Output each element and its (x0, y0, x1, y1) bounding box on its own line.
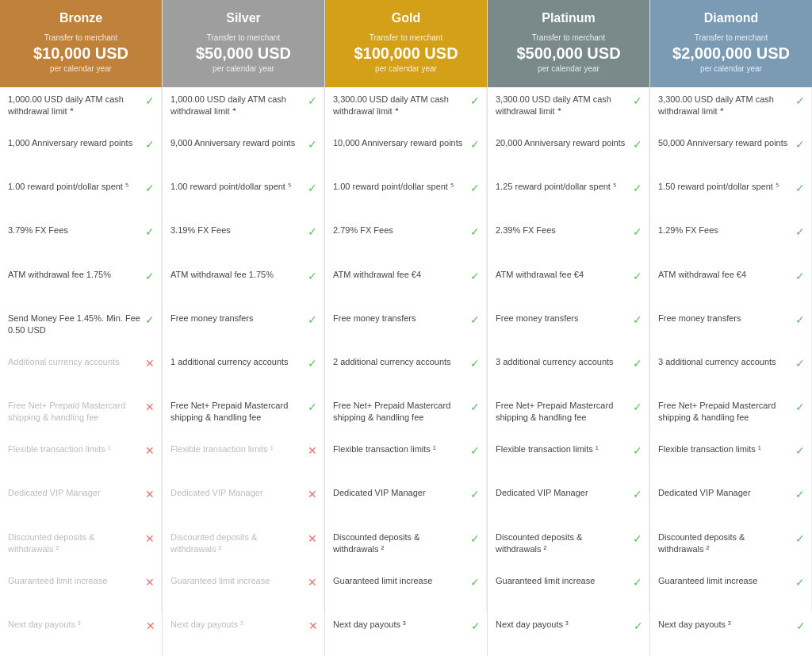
cross-icon: ✕ (145, 401, 155, 413)
gold-per-year: per calendar year (333, 64, 479, 73)
check-icon: ✓ (308, 401, 317, 413)
silver-transfer-label: Transfer to merchant (170, 33, 316, 42)
feature-text-1-0: 1,000 Anniversary reward points (8, 137, 145, 149)
check-icon: ✓ (308, 313, 317, 326)
feature-text-11-2: Guaranteed limit increase (333, 575, 470, 587)
feature-text-3-0: 3.79% FX Fees (8, 224, 145, 236)
check-icon: ✓ (470, 225, 480, 238)
check-icon: ✓ (633, 576, 642, 589)
feature-text-10-3: Discounted deposits & withdrawals ² (496, 531, 633, 556)
feature-text-7-0: Free Net+ Prepaid Mastercard shipping & … (8, 400, 145, 424)
feature-cell-10-0: Discounted deposits & withdrawals ²✕ (0, 525, 162, 569)
feature-text-10-4: Discounted deposits & withdrawals ² (658, 531, 795, 556)
cross-icon: ✕ (308, 488, 317, 501)
feature-cell-8-1: Flexible transaction limits ¹✕ (163, 437, 324, 481)
feature-text-3-1: 3.19% FX Fees (170, 224, 308, 236)
bronze-header: Bronze Transfer to merchant $10,000 USD … (0, 0, 162, 87)
check-icon: ✓ (634, 620, 643, 632)
feature-text-6-4: 3 additional currency accounts (658, 356, 795, 368)
check-icon: ✓ (633, 138, 642, 151)
feature-text-11-0: Guaranteed limit increase (8, 575, 145, 587)
feature-cell-8-0: Flexible transaction limits ¹✕ (0, 437, 162, 481)
feature-cell-9-1: Dedicated VIP Manager✕ (163, 481, 324, 524)
check-icon: ✓ (470, 401, 480, 413)
check-icon: ✓ (145, 182, 155, 194)
diamond-per-year: per calendar year (658, 64, 804, 73)
feature-cell-3-3: 2.39% FX Fees✓ (488, 218, 649, 262)
bronze-tier-name: Bronze (8, 11, 154, 25)
bronze-amount: $10,000 USD (8, 44, 154, 63)
feature-text-3-4: 1.29% FX Fees (658, 224, 795, 236)
feature-cell-0-2: 3,300.00 USD daily ATM cash withdrawal l… (325, 87, 487, 131)
col-gold: Gold Transfer to merchant $100,000 USD p… (325, 0, 488, 656)
feature-text-3-3: 2.39% FX Fees (496, 224, 633, 236)
check-icon: ✓ (470, 488, 480, 501)
feature-text-2-0: 1.00 reward point/dollar spent ⁵ (8, 181, 145, 193)
gold-header: Gold Transfer to merchant $100,000 USD p… (325, 0, 487, 87)
silver-header: Silver Transfer to merchant $50,000 USD … (163, 0, 324, 87)
feature-cell-10-1: Discounted deposits & withdrawals ²✕ (163, 525, 324, 569)
feature-cell-12-4: Next day payouts ³✓ (650, 612, 812, 656)
feature-cell-8-3: Flexible transaction limits ¹✓ (488, 437, 649, 481)
feature-cell-8-2: Flexible transaction limits ¹✓ (325, 437, 487, 481)
cross-icon: ✕ (145, 576, 155, 589)
feature-cell-7-3: Free Net+ Prepaid Mastercard shipping & … (488, 393, 649, 437)
feature-text-2-1: 1.00 reward point/dollar spent ⁵ (170, 181, 308, 193)
platinum-per-year: per calendar year (496, 64, 642, 73)
feature-text-11-4: Guaranteed limit increase (658, 575, 795, 587)
feature-cell-12-1: Next day payouts ³✕ (163, 612, 324, 656)
gold-tier-name: Gold (333, 11, 479, 25)
feature-text-9-3: Dedicated VIP Manager (496, 487, 633, 499)
cross-icon: ✕ (145, 532, 155, 545)
check-icon: ✓ (795, 576, 805, 589)
col-diamond: Diamond Transfer to merchant $2,000,000 … (650, 0, 812, 656)
feature-text-4-2: ATM withdrawal fee €4 (333, 269, 470, 281)
feature-cell-4-4: ATM withdrawal fee €4✓ (650, 263, 812, 306)
feature-cell-1-1: 9,000 Anniversary reward points✓ (163, 131, 324, 175)
feature-text-0-4: 3,300.00 USD daily ATM cash withdrawal l… (658, 94, 795, 118)
check-icon: ✓ (470, 138, 480, 151)
check-icon: ✓ (145, 270, 155, 282)
check-icon: ✓ (470, 444, 480, 457)
feature-cell-8-4: Flexible transaction limits ¹✓ (650, 437, 812, 481)
platinum-header: Platinum Transfer to merchant $500,000 U… (488, 0, 649, 87)
check-icon: ✓ (633, 357, 642, 370)
check-icon: ✓ (470, 182, 480, 194)
feature-text-4-0: ATM withdrawal fee 1.75% (8, 269, 145, 281)
feature-cell-0-1: 1,000.00 USD daily ATM cash withdrawal l… (163, 87, 324, 131)
silver-per-year: per calendar year (170, 64, 316, 73)
feature-text-8-2: Flexible transaction limits ¹ (333, 443, 470, 455)
feature-cell-0-0: 1,000.00 USD daily ATM cash withdrawal l… (0, 87, 162, 131)
feature-text-7-4: Free Net+ Prepaid Mastercard shipping & … (658, 400, 795, 424)
feature-text-9-0: Dedicated VIP Manager (8, 487, 145, 499)
feature-text-0-3: 3,300.00 USD daily ATM cash withdrawal l… (496, 94, 633, 118)
check-icon: ✓ (795, 488, 805, 501)
col-silver: Silver Transfer to merchant $50,000 USD … (163, 0, 325, 656)
check-icon: ✓ (308, 225, 317, 238)
feature-text-7-3: Free Net+ Prepaid Mastercard shipping & … (496, 400, 633, 424)
check-icon: ✓ (470, 94, 480, 107)
feature-cell-3-0: 3.79% FX Fees✓ (0, 218, 162, 262)
check-icon: ✓ (470, 313, 480, 326)
feature-cell-7-4: Free Net+ Prepaid Mastercard shipping & … (650, 393, 812, 437)
feature-text-11-3: Guaranteed limit increase (496, 575, 633, 587)
feature-cell-1-4: 50,000 Anniversary reward points✓ (650, 131, 812, 175)
pricing-table: Bronze Transfer to merchant $10,000 USD … (0, 0, 812, 656)
feature-cell-10-3: Discounted deposits & withdrawals ²✓ (488, 525, 649, 569)
check-icon: ✓ (145, 94, 155, 107)
feature-text-8-4: Flexible transaction limits ¹ (658, 443, 795, 455)
feature-cell-12-3: Next day payouts ³✓ (488, 612, 649, 656)
feature-text-12-2: Next day payouts ³ (333, 619, 471, 631)
feature-cell-4-3: ATM withdrawal fee €4✓ (488, 263, 649, 306)
feature-cell-12-0: Next day payouts ³✕ (0, 612, 162, 656)
platinum-transfer-label: Transfer to merchant (496, 33, 642, 42)
feature-cell-12-2: Next day payouts ³✓ (325, 612, 487, 656)
check-icon: ✓ (795, 401, 805, 413)
feature-cell-1-2: 10,000 Anniversary reward points✓ (325, 131, 487, 175)
feature-cell-7-2: Free Net+ Prepaid Mastercard shipping & … (325, 393, 487, 437)
feature-cell-9-2: Dedicated VIP Manager✓ (325, 481, 487, 524)
feature-cell-6-0: Additional currency accounts✕ (0, 350, 162, 393)
feature-cell-9-3: Dedicated VIP Manager✓ (488, 481, 649, 524)
feature-cell-3-2: 2.79% FX Fees✓ (325, 218, 487, 262)
cross-icon: ✕ (145, 488, 155, 501)
